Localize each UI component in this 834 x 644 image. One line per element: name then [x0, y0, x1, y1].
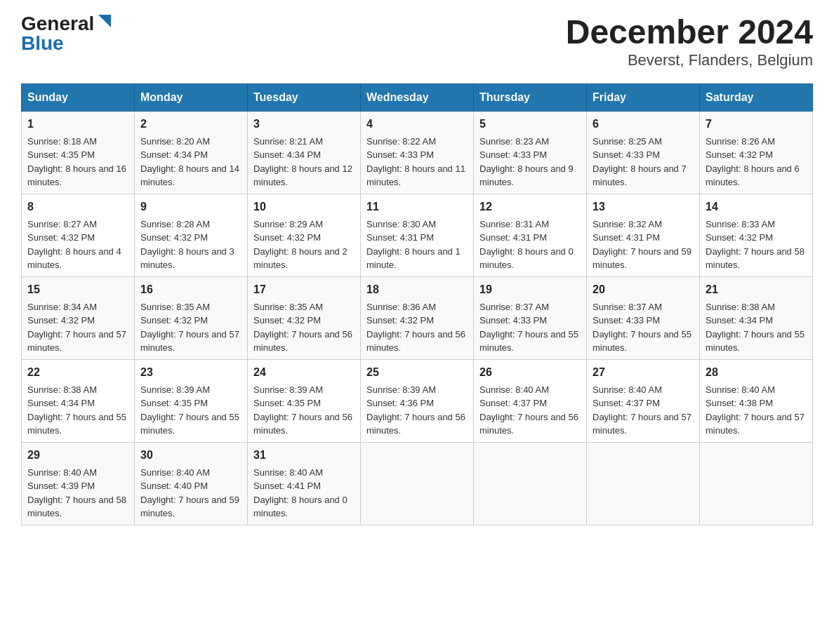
day-number: 11	[366, 199, 468, 215]
header-thursday: Thursday	[474, 83, 587, 111]
calendar-cell: 6Sunrise: 8:25 AMSunset: 4:33 PMDaylight…	[587, 111, 700, 194]
calendar-cell: 23Sunrise: 8:39 AMSunset: 4:35 PMDayligh…	[135, 359, 248, 442]
day-number: 19	[479, 281, 581, 298]
day-number: 10	[253, 199, 355, 215]
calendar-table: SundayMondayTuesdayWednesdayThursdayFrid…	[21, 83, 813, 525]
day-number: 15	[27, 281, 128, 298]
calendar-cell	[474, 442, 587, 525]
page-subtitle: Beverst, Flanders, Belgium	[566, 51, 813, 69]
day-info: Sunrise: 8:25 AMSunset: 4:33 PMDaylight:…	[593, 135, 694, 189]
day-info: Sunrise: 8:29 AMSunset: 4:32 PMDaylight:…	[253, 217, 355, 272]
header-row: SundayMondayTuesdayWednesdayThursdayFrid…	[22, 83, 813, 111]
day-info: Sunrise: 8:40 AMSunset: 4:38 PMDaylight:…	[706, 383, 807, 438]
header-saturday: Saturday	[700, 83, 813, 111]
title-block: December 2024 Beverst, Flanders, Belgium	[566, 14, 813, 69]
logo-general-text: General	[21, 14, 94, 34]
day-info: Sunrise: 8:23 AMSunset: 4:33 PMDaylight:…	[479, 135, 581, 189]
header-wednesday: Wednesday	[361, 83, 474, 111]
day-number: 17	[253, 281, 355, 298]
logo-arrow-icon	[95, 15, 111, 30]
calendar-cell: 24Sunrise: 8:39 AMSunset: 4:35 PMDayligh…	[248, 359, 361, 442]
calendar-cell: 4Sunrise: 8:22 AMSunset: 4:33 PMDaylight…	[361, 111, 474, 194]
day-number: 22	[27, 364, 128, 381]
day-number: 14	[706, 199, 807, 215]
day-info: Sunrise: 8:20 AMSunset: 4:34 PMDaylight:…	[140, 135, 241, 189]
day-number: 24	[253, 364, 355, 381]
day-number: 6	[593, 116, 694, 133]
calendar-cell: 7Sunrise: 8:26 AMSunset: 4:32 PMDaylight…	[700, 111, 813, 194]
day-number: 13	[593, 199, 694, 215]
day-number: 9	[140, 199, 241, 215]
calendar-cell	[361, 442, 474, 525]
day-info: Sunrise: 8:32 AMSunset: 4:31 PMDaylight:…	[593, 217, 694, 272]
day-number: 5	[479, 116, 581, 133]
day-number: 1	[27, 116, 128, 133]
day-info: Sunrise: 8:30 AMSunset: 4:31 PMDaylight:…	[366, 217, 468, 272]
week-row-4: 22Sunrise: 8:38 AMSunset: 4:34 PMDayligh…	[22, 359, 813, 442]
day-info: Sunrise: 8:36 AMSunset: 4:32 PMDaylight:…	[366, 300, 468, 355]
calendar-cell: 25Sunrise: 8:39 AMSunset: 4:36 PMDayligh…	[361, 359, 474, 442]
day-info: Sunrise: 8:34 AMSunset: 4:32 PMDaylight:…	[27, 300, 128, 355]
day-info: Sunrise: 8:31 AMSunset: 4:31 PMDaylight:…	[479, 217, 581, 272]
calendar-cell: 31Sunrise: 8:40 AMSunset: 4:41 PMDayligh…	[248, 442, 361, 525]
day-number: 2	[140, 116, 241, 133]
day-number: 30	[140, 447, 241, 464]
calendar-cell: 5Sunrise: 8:23 AMSunset: 4:33 PMDaylight…	[474, 111, 587, 194]
day-info: Sunrise: 8:38 AMSunset: 4:34 PMDaylight:…	[27, 383, 128, 438]
calendar-cell: 8Sunrise: 8:27 AMSunset: 4:32 PMDaylight…	[22, 194, 135, 276]
logo-blue-text: Blue	[21, 34, 64, 53]
day-info: Sunrise: 8:35 AMSunset: 4:32 PMDaylight:…	[140, 300, 241, 355]
day-info: Sunrise: 8:40 AMSunset: 4:37 PMDaylight:…	[593, 383, 694, 438]
day-number: 16	[140, 281, 241, 298]
day-number: 26	[479, 364, 581, 381]
calendar-cell: 18Sunrise: 8:36 AMSunset: 4:32 PMDayligh…	[361, 276, 474, 359]
header-monday: Monday	[135, 83, 248, 111]
calendar-cell	[587, 442, 700, 525]
day-number: 25	[366, 364, 468, 381]
calendar-cell: 20Sunrise: 8:37 AMSunset: 4:33 PMDayligh…	[587, 276, 700, 359]
day-info: Sunrise: 8:22 AMSunset: 4:33 PMDaylight:…	[366, 135, 468, 189]
day-number: 31	[253, 447, 355, 464]
calendar-cell: 1Sunrise: 8:18 AMSunset: 4:35 PMDaylight…	[22, 111, 135, 194]
calendar-cell: 17Sunrise: 8:35 AMSunset: 4:32 PMDayligh…	[248, 276, 361, 359]
day-number: 20	[593, 281, 694, 298]
week-row-2: 8Sunrise: 8:27 AMSunset: 4:32 PMDaylight…	[22, 194, 813, 276]
day-info: Sunrise: 8:33 AMSunset: 4:32 PMDaylight:…	[706, 217, 807, 272]
calendar-cell: 26Sunrise: 8:40 AMSunset: 4:37 PMDayligh…	[474, 359, 587, 442]
header-friday: Friday	[587, 83, 700, 111]
day-info: Sunrise: 8:37 AMSunset: 4:33 PMDaylight:…	[479, 300, 581, 355]
calendar-cell: 3Sunrise: 8:21 AMSunset: 4:34 PMDaylight…	[248, 111, 361, 194]
day-info: Sunrise: 8:38 AMSunset: 4:34 PMDaylight:…	[706, 300, 807, 355]
day-number: 23	[140, 364, 241, 381]
header-tuesday: Tuesday	[248, 83, 361, 111]
calendar-cell: 9Sunrise: 8:28 AMSunset: 4:32 PMDaylight…	[135, 194, 248, 276]
day-info: Sunrise: 8:39 AMSunset: 4:36 PMDaylight:…	[366, 383, 468, 438]
calendar-cell: 12Sunrise: 8:31 AMSunset: 4:31 PMDayligh…	[474, 194, 587, 276]
page-title: December 2024	[566, 14, 813, 51]
day-number: 3	[253, 116, 355, 133]
day-number: 21	[706, 281, 807, 298]
day-info: Sunrise: 8:28 AMSunset: 4:32 PMDaylight:…	[140, 217, 241, 272]
calendar-cell: 14Sunrise: 8:33 AMSunset: 4:32 PMDayligh…	[700, 194, 813, 276]
calendar-cell: 13Sunrise: 8:32 AMSunset: 4:31 PMDayligh…	[587, 194, 700, 276]
day-info: Sunrise: 8:40 AMSunset: 4:39 PMDaylight:…	[27, 466, 128, 521]
calendar-header: SundayMondayTuesdayWednesdayThursdayFrid…	[22, 83, 813, 111]
day-info: Sunrise: 8:18 AMSunset: 4:35 PMDaylight:…	[27, 135, 128, 189]
day-number: 12	[479, 199, 581, 215]
day-info: Sunrise: 8:39 AMSunset: 4:35 PMDaylight:…	[253, 383, 355, 438]
calendar-cell: 10Sunrise: 8:29 AMSunset: 4:32 PMDayligh…	[248, 194, 361, 276]
calendar-cell: 16Sunrise: 8:35 AMSunset: 4:32 PMDayligh…	[135, 276, 248, 359]
day-number: 18	[366, 281, 468, 298]
day-number: 4	[366, 116, 468, 133]
calendar-body: 1Sunrise: 8:18 AMSunset: 4:35 PMDaylight…	[22, 111, 813, 525]
calendar-cell: 30Sunrise: 8:40 AMSunset: 4:40 PMDayligh…	[135, 442, 248, 525]
day-number: 8	[27, 199, 128, 215]
calendar-cell: 15Sunrise: 8:34 AMSunset: 4:32 PMDayligh…	[22, 276, 135, 359]
calendar-cell: 28Sunrise: 8:40 AMSunset: 4:38 PMDayligh…	[700, 359, 813, 442]
day-info: Sunrise: 8:39 AMSunset: 4:35 PMDaylight:…	[140, 383, 241, 438]
svg-marker-0	[98, 15, 111, 27]
calendar-cell: 29Sunrise: 8:40 AMSunset: 4:39 PMDayligh…	[22, 442, 135, 525]
day-number: 7	[706, 116, 807, 133]
week-row-3: 15Sunrise: 8:34 AMSunset: 4:32 PMDayligh…	[22, 276, 813, 359]
week-row-1: 1Sunrise: 8:18 AMSunset: 4:35 PMDaylight…	[22, 111, 813, 194]
